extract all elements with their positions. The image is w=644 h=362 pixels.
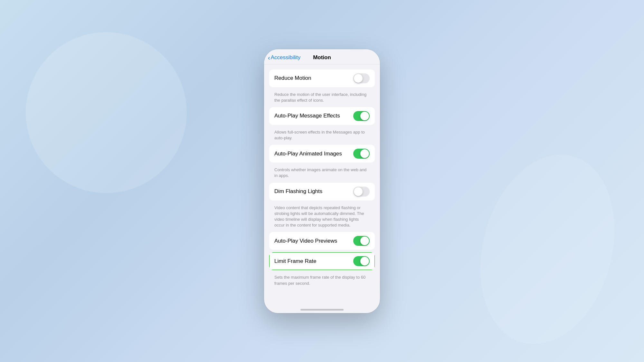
toggle-auto-play-video-previews[interactable] — [353, 236, 370, 246]
label-limit-frame-rate: Limit Frame Rate — [274, 258, 316, 265]
setting-block-auto-play-message-effects: Auto-Play Message EffectsAllows full-scr… — [264, 107, 380, 144]
toggle-knob-auto-play-message-effects — [360, 112, 369, 120]
settings-section-auto-play-video-previews: Auto-Play Video Previews — [269, 232, 375, 250]
description-reduce-motion: Reduce the motion of the user interface,… — [269, 90, 375, 107]
settings-row-dim-flashing-lights[interactable]: Dim Flashing Lights — [269, 183, 375, 200]
settings-section-auto-play-message-effects: Auto-Play Message Effects — [269, 107, 375, 125]
settings-row-auto-play-message-effects[interactable]: Auto-Play Message Effects — [269, 107, 375, 125]
toggle-knob-auto-play-animated-images — [360, 149, 369, 158]
back-label: Accessibility — [271, 54, 301, 61]
settings-content: Reduce MotionReduce the motion of the us… — [264, 64, 380, 302]
toggle-auto-play-message-effects[interactable] — [353, 111, 370, 121]
home-indicator — [264, 302, 380, 313]
description-dim-flashing-lights: Video content that depicts repeated flas… — [269, 203, 375, 232]
nav-header: ‹ Accessibility Motion — [264, 49, 380, 64]
setting-block-auto-play-animated-images: Auto-Play Animated ImagesControls whethe… — [264, 145, 380, 182]
label-dim-flashing-lights: Dim Flashing Lights — [274, 188, 322, 195]
setting-block-reduce-motion: Reduce MotionReduce the motion of the us… — [264, 70, 380, 107]
toggle-dim-flashing-lights[interactable] — [353, 187, 370, 197]
back-chevron-icon: ‹ — [268, 54, 270, 61]
home-bar — [300, 309, 344, 311]
settings-row-auto-play-video-previews[interactable]: Auto-Play Video Previews — [269, 232, 375, 250]
description-auto-play-message-effects: Allows full-screen effects in the Messag… — [269, 127, 375, 144]
toggle-reduce-motion[interactable] — [353, 73, 370, 83]
setting-block-auto-play-video-previews: Auto-Play Video Previews — [264, 232, 380, 250]
toggle-knob-auto-play-video-previews — [360, 237, 369, 245]
description-auto-play-animated-images: Controls whether images animate on the w… — [269, 165, 375, 182]
back-button[interactable]: ‹ Accessibility — [268, 54, 300, 61]
toggle-limit-frame-rate[interactable] — [353, 256, 370, 266]
settings-section-dim-flashing-lights: Dim Flashing Lights — [269, 183, 375, 200]
page-title: Motion — [313, 54, 331, 61]
setting-block-dim-flashing-lights: Dim Flashing LightsVideo content that de… — [264, 183, 380, 232]
settings-section-auto-play-animated-images: Auto-Play Animated Images — [269, 145, 375, 162]
label-auto-play-animated-images: Auto-Play Animated Images — [274, 151, 342, 157]
setting-block-limit-frame-rate: Limit Frame RateSets the maximum frame r… — [264, 252, 380, 289]
toggle-knob-reduce-motion — [354, 74, 363, 83]
label-reduce-motion: Reduce Motion — [274, 75, 311, 81]
settings-row-reduce-motion[interactable]: Reduce Motion — [269, 70, 375, 87]
toggle-auto-play-animated-images[interactable] — [353, 149, 370, 159]
label-auto-play-video-previews: Auto-Play Video Previews — [274, 238, 337, 244]
settings-section-limit-frame-rate: Limit Frame Rate — [269, 252, 375, 270]
description-limit-frame-rate: Sets the maximum frame rate of the displ… — [269, 273, 375, 289]
settings-section-reduce-motion: Reduce Motion — [269, 70, 375, 87]
toggle-knob-dim-flashing-lights — [354, 187, 363, 196]
settings-row-auto-play-animated-images[interactable]: Auto-Play Animated Images — [269, 145, 375, 162]
toggle-knob-limit-frame-rate — [360, 257, 369, 265]
phone-container: ‹ Accessibility Motion Reduce MotionRedu… — [264, 49, 380, 313]
label-auto-play-message-effects: Auto-Play Message Effects — [274, 113, 340, 119]
settings-row-limit-frame-rate[interactable]: Limit Frame Rate — [269, 252, 375, 270]
